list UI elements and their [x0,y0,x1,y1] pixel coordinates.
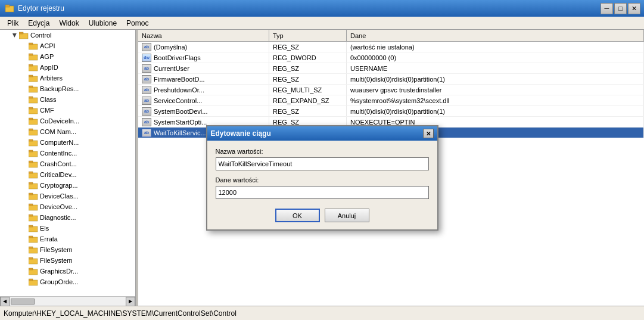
ok-button[interactable]: OK [275,209,320,222]
svg-rect-23 [29,139,33,141]
tree-label: BackupRes... [40,85,79,92]
svg-rect-4 [29,44,38,49]
tree-item-criticaldev[interactable]: CriticalDev... [0,169,135,180]
cell-name: ab CurrentUser [138,63,269,73]
svg-rect-31 [29,182,33,184]
tree-item-computern[interactable]: ComputerN... [0,137,135,148]
table-row[interactable]: ab (Domyślna) REG_SZ (wartość nie ustalo… [138,42,644,52]
cell-data: USERNAME [347,63,644,73]
cell-data: %systemroot%\system32\scext.dll [347,95,644,105]
svg-rect-38 [29,226,38,232]
svg-rect-28 [29,173,38,178]
reg-sz-icon: ab [142,64,151,73]
reg-sz-icon: ab [142,75,151,83]
tree-panel: ▶ Control [0,30,136,306]
tree-item-crashcont[interactable]: CrashCont... [0,159,135,169]
cancel-button[interactable]: Anuluj [325,209,369,222]
tree-label: DeviceOve... [40,203,77,210]
folder-icon [29,117,38,125]
tree-item-contentinc[interactable]: ContentInc... [0,148,135,159]
minimize-button[interactable]: ─ [601,3,613,14]
tree-item-class[interactable]: Class [0,94,135,105]
tree-item-graphicsdr[interactable]: GraphicsDr... [0,266,135,276]
folder-icon [29,95,38,104]
table-row[interactable]: ab PreshutdownOr... REG_MULTI_SZ wuauser… [138,85,644,95]
tree-label: DeviceClas... [40,192,79,200]
tree-item-filesystem2[interactable]: FileSystem [0,255,135,266]
svg-rect-36 [29,216,38,221]
cell-data: wuauserv gpsvc trustedinstaller [347,85,644,95]
cell-name: ab SystemBootDevi... [138,106,269,116]
svg-rect-32 [29,194,38,200]
cell-data: multi(0)disk(0)rdisk(0)partition(1) [347,74,644,84]
col-header-data[interactable]: Dane [347,30,644,41]
maximize-button[interactable]: □ [614,3,627,14]
tree-item-cryptograp[interactable]: Cryptograp... [0,180,135,191]
col-header-type[interactable]: Typ [269,30,347,41]
folder-icon [29,63,38,72]
tree-item-control[interactable]: ▶ Control [0,30,135,41]
menu-item-pomoc[interactable]: Pomoc [122,17,153,29]
tree-item-filesystem1[interactable]: FileSystem [0,244,135,255]
cell-type: REG_EXPAND_SZ [269,95,347,105]
value-data-input[interactable] [216,186,429,199]
cell-name: dw BootDriverFlags [138,52,269,63]
tree-item-comnam[interactable]: COM Nam... [0,126,135,137]
tree-item-errata[interactable]: Errata [0,234,135,244]
tree-item-appid[interactable]: AppID [0,62,135,73]
tree-item-deviceclas[interactable]: DeviceClas... [0,191,135,201]
col-header-name[interactable]: Nazwa [138,30,269,41]
menu-item-widok[interactable]: Widok [54,17,83,29]
value-name-input[interactable] [216,157,429,170]
table-row[interactable]: ab ServiceControl... REG_EXPAND_SZ %syst… [138,95,644,106]
tree-label: AGP [40,53,54,60]
tree-item-agp[interactable]: AGP [0,51,135,62]
tree-label: Arbiters [40,74,63,82]
table-row[interactable]: ab SystemBootDevi... REG_SZ multi(0)disk… [138,106,644,117]
tree-label: GroupOrde... [40,278,78,285]
menu-item-ulubione[interactable]: Ulubione [84,17,122,29]
tree-scroll[interactable]: ▶ Control [0,30,135,306]
svg-rect-5 [29,43,33,45]
tree-label: Cryptograp... [40,182,78,189]
value-name-label: Nazwa wartości: [216,148,429,155]
reg-sz-icon: ab [142,43,151,51]
tree-item-deviceove[interactable]: DeviceOve... [0,201,135,212]
dialog-body: Nazwa wartości: Dane wartości: OK Anuluj [207,141,437,229]
tree-item-diagnostic[interactable]: Diagnostic... [0,212,135,223]
hscroll-thumb[interactable] [11,299,35,305]
reg-sz-icon: ab [142,107,151,116]
status-bar: Komputer\HKEY_LOCAL_MACHINE\SYSTEM\Curre… [0,306,644,320]
tree-hscroll[interactable]: ◀ ▶ [0,296,135,306]
hscroll-left-arrow[interactable]: ◀ [0,297,10,306]
table-row[interactable]: dw BootDriverFlags REG_DWORD 0x00000000 … [138,52,644,63]
tree-item-cmf[interactable]: CMF [0,105,135,116]
close-button[interactable]: ✕ [628,3,640,14]
svg-rect-3 [19,32,23,34]
menu-item-plik[interactable]: Plik [2,17,23,29]
tree-item-arbiters[interactable]: Arbiters [0,73,135,83]
reg-sz-icon: ab [142,97,151,105]
tree-item-codevicein[interactable]: CoDeviceIn... [0,116,135,126]
dialog-buttons: OK Anuluj [216,209,429,222]
hscroll-right-arrow[interactable]: ▶ [126,297,135,306]
tree-item-els[interactable]: Els [0,223,135,234]
tree-label: FileSystem [40,246,72,253]
table-row[interactable]: ab CurrentUser REG_SZ USERNAME [138,63,644,74]
table-row[interactable]: ab FirmwareBootD... REG_SZ multi(0)disk(… [138,74,644,85]
reg-sz-icon: ab [142,86,151,94]
folder-icon [29,246,38,254]
menu-item-edycja[interactable]: Edycja [23,17,54,29]
svg-rect-1 [5,5,10,7]
svg-rect-16 [29,108,38,114]
folder-icon [29,235,38,243]
svg-rect-45 [29,257,33,259]
svg-rect-35 [29,204,33,206]
reg-dword-icon: dw [142,54,151,62]
value-data-label: Dane wartości: [216,176,429,184]
tree-item-backupres[interactable]: BackupRes... [0,83,135,94]
tree-item-acpi[interactable]: ACPI [0,41,135,51]
tree-item-grouporde[interactable]: GroupOrde... [0,276,135,287]
cell-name: ab FirmwareBootD... [138,74,269,84]
dialog-close-button[interactable]: ✕ [423,129,434,138]
